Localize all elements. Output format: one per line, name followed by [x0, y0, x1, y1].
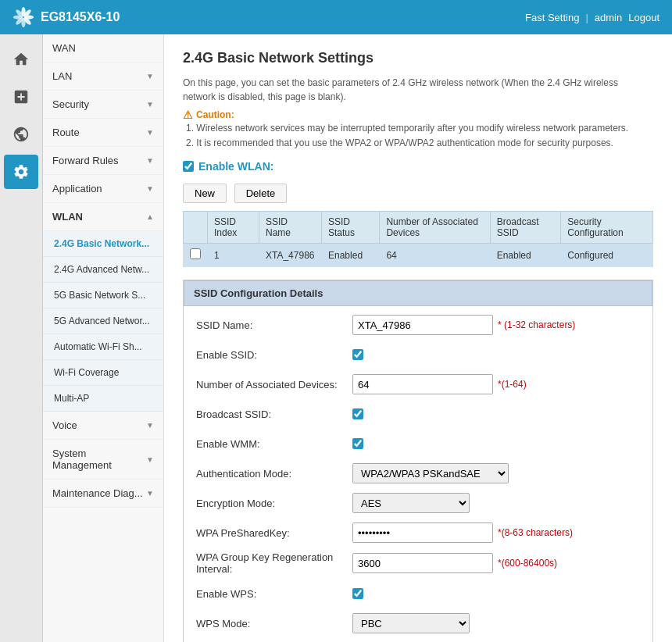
checkbox-broadcast-ssid[interactable]	[352, 408, 363, 419]
sidebar-voice-label: Voice	[52, 419, 77, 431]
caution-box: ⚠ Caution: 1. Wireless network services …	[183, 109, 653, 151]
page-title: 2.4G Basic Network Settings	[183, 50, 653, 66]
sidebar-sub-24g-advanced[interactable]: 2.4G Advanced Netw...	[43, 257, 163, 283]
icon-bar-globe[interactable]	[4, 117, 38, 152]
sidebar-item-maintenance[interactable]: Maintenance Diag... ▼	[43, 480, 163, 508]
hint-num-devices: *(1-64)	[498, 379, 527, 390]
sidebar-item-system-mgmt[interactable]: System Management ▼	[43, 440, 163, 480]
form-row-enable-wmm: Enable WMM:	[196, 433, 640, 455]
label-broadcast-ssid: Broadcast SSID:	[196, 408, 352, 420]
sidebar-sub-5g-basic[interactable]: 5G Basic Network S...	[43, 283, 163, 309]
delete-button[interactable]: Delete	[234, 184, 288, 203]
sidebar: WAN LAN ▼ Security ▼ Route ▼ Forward Rul…	[43, 34, 164, 642]
wlan-submenu: 2.4G Basic Network... 2.4G Advanced Netw…	[43, 231, 163, 412]
label-enc-mode: Encryption Mode:	[196, 498, 352, 509]
control-enable-wps	[352, 588, 363, 599]
enable-wlan-checkbox[interactable]	[183, 161, 194, 172]
ssid-config-form: SSID Name: * (1-32 characters) Enable SS…	[184, 306, 652, 642]
ssid-config-section: SSID Configuration Details SSID Name: * …	[183, 280, 653, 642]
label-wpa-key: WPA PreSharedKey:	[196, 527, 352, 539]
sidebar-sub-multi-ap[interactable]: Multi-AP	[43, 386, 163, 412]
hint-wpa-group: *(600-86400s)	[498, 558, 557, 569]
page-description: On this page, you can set the basic para…	[183, 76, 653, 104]
table-header-ssid-name: SSID Name	[259, 212, 321, 244]
control-wps-mode: PBC PIN	[352, 613, 470, 633]
label-wps-mode: WPS Mode:	[196, 618, 352, 630]
sidebar-item-route[interactable]: Route ▼	[43, 119, 163, 147]
control-enable-ssid	[352, 349, 363, 360]
label-wpa-group: WPA Group Key Regeneration Interval:	[196, 551, 352, 575]
table-header-security-config: Security Configuration	[561, 212, 653, 244]
chevron-down-icon: ▼	[146, 156, 154, 165]
row-checkbox[interactable]	[190, 248, 201, 259]
form-row-broadcast-ssid: Broadcast SSID:	[196, 403, 640, 425]
sidebar-item-forward-rules[interactable]: Forward Rules ▼	[43, 147, 163, 175]
input-wpa-key[interactable]	[352, 523, 493, 543]
caution-title: ⚠ Caution:	[183, 109, 653, 121]
row-broadcast-ssid: Enabled	[490, 244, 561, 267]
table-header-ssid-status: SSID Status	[322, 212, 380, 244]
header-right: Fast Setting | admin Logout	[525, 12, 659, 23]
fast-setting-link[interactable]: Fast Setting	[525, 12, 579, 23]
sidebar-sub-24g-basic[interactable]: 2.4G Basic Network...	[43, 231, 163, 257]
admin-label: admin	[595, 12, 622, 23]
row-ssid-name: XTA_47986	[259, 244, 321, 267]
sidebar-maintenance-label: Maintenance Diag...	[52, 487, 143, 499]
input-num-devices[interactable]	[352, 374, 493, 394]
row-security-config: Configured	[561, 244, 653, 267]
icon-bar	[0, 34, 43, 642]
sidebar-item-security[interactable]: Security ▼	[43, 91, 163, 119]
row-ssid-index: 1	[208, 244, 259, 267]
form-row-num-devices: Number of Associated Devices: *(1-64)	[196, 373, 640, 395]
icon-bar-add[interactable]	[4, 80, 38, 114]
sidebar-application-label: Application	[52, 183, 102, 194]
new-button[interactable]: New	[183, 184, 227, 203]
enable-wlan-label[interactable]: Enable WLAN:	[198, 160, 273, 173]
chevron-down-icon: ▼	[146, 455, 154, 464]
chevron-up-icon: ▲	[146, 212, 154, 221]
logout-link[interactable]: Logout	[628, 12, 659, 23]
icon-bar-settings[interactable]	[4, 155, 38, 189]
layout: WAN LAN ▼ Security ▼ Route ▼ Forward Rul…	[0, 34, 672, 642]
add-icon	[13, 88, 30, 105]
form-row-enc-mode: Encryption Mode: AES TKIP TKIP+AES	[196, 492, 640, 514]
form-row-wps-mode: WPS Mode: PBC PIN	[196, 612, 640, 634]
enable-wlan-row: Enable WLAN:	[183, 160, 653, 173]
sidebar-sub-auto-wifi[interactable]: Automatic Wi-Fi Sh...	[43, 334, 163, 360]
caution-line-2: 2. It is recommended that you use the WP…	[186, 136, 653, 151]
select-wps-mode[interactable]: PBC PIN	[352, 613, 470, 633]
input-ssid-name[interactable]	[352, 315, 493, 335]
settings-icon	[13, 163, 30, 180]
control-num-devices: *(1-64)	[352, 374, 527, 394]
sidebar-sub-5g-advanced[interactable]: 5G Advanced Networ...	[43, 309, 163, 334]
chevron-down-icon: ▼	[146, 184, 154, 193]
checkbox-enable-wps[interactable]	[352, 588, 363, 599]
checkbox-enable-ssid[interactable]	[352, 349, 363, 360]
sidebar-item-application[interactable]: Application ▼	[43, 175, 163, 203]
sidebar-wan-label: WAN	[52, 42, 76, 54]
row-checkbox-cell[interactable]	[184, 244, 208, 267]
control-broadcast-ssid	[352, 408, 363, 419]
header-divider: |	[585, 12, 588, 23]
sidebar-item-wan[interactable]: WAN	[43, 34, 163, 62]
label-enable-wmm: Enable WMM:	[196, 438, 352, 450]
table-header-ssid-index: SSID Index	[208, 212, 259, 244]
input-wpa-group[interactable]	[352, 553, 493, 573]
huawei-logo-icon	[13, 6, 34, 28]
table-header-num-devices: Number of Associated Devices	[380, 212, 490, 244]
select-auth-mode[interactable]: WPA2/WPA3 PSKandSAE WPA2 WPA/WPA2 WPA3 S…	[352, 463, 509, 483]
sidebar-item-wlan[interactable]: WLAN ▲	[43, 203, 163, 231]
label-num-devices: Number of Associated Devices:	[196, 379, 352, 391]
sidebar-item-voice[interactable]: Voice ▼	[43, 412, 163, 440]
select-enc-mode[interactable]: AES TKIP TKIP+AES	[352, 493, 470, 513]
sidebar-system-label: System Management	[52, 448, 146, 471]
sidebar-item-lan[interactable]: LAN ▼	[43, 62, 163, 91]
globe-icon	[13, 126, 30, 143]
chevron-down-icon: ▼	[146, 489, 154, 498]
checkbox-enable-wmm[interactable]	[352, 438, 363, 449]
form-row-wpa-group: WPA Group Key Regeneration Interval: *(6…	[196, 551, 640, 575]
sidebar-sub-wifi-coverage[interactable]: Wi-Fi Coverage	[43, 360, 163, 386]
control-ssid-name: * (1-32 characters)	[352, 315, 575, 335]
table-row[interactable]: 1 XTA_47986 Enabled 64 Enabled Configure…	[184, 244, 653, 267]
icon-bar-home[interactable]	[4, 42, 38, 77]
